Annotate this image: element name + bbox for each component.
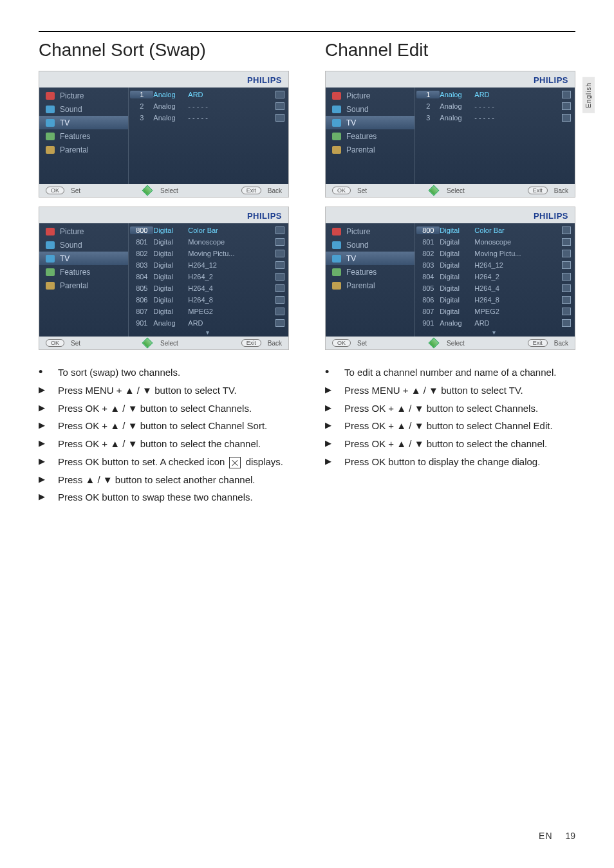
channel-number: 3	[416, 114, 440, 122]
instruction-item: ▶Press OK button to set. A checked icon …	[39, 455, 289, 469]
menu-icon	[332, 106, 341, 113]
tv-screenshot-edit-2: PHILIPS PictureSoundTVFeaturesParental 8…	[325, 207, 575, 350]
menu-icon	[46, 119, 55, 127]
channel-row: 800DigitalColor Bar	[416, 225, 571, 236]
tv-header: PHILIPS	[39, 71, 288, 88]
menu-item-label: TV	[60, 254, 70, 263]
channel-checkbox-icon	[275, 261, 284, 269]
instruction-text: Press OK + ▲ / ▼ button to select Channe…	[58, 419, 267, 433]
channel-pane: 800DigitalColor Bar801DigitalMonoscope80…	[129, 223, 288, 337]
instruction-text: Press OK + ▲ / ▼ button to select Channe…	[344, 419, 553, 433]
exit-hint: Exit	[241, 187, 261, 194]
set-hint: Set	[71, 340, 80, 347]
channel-number: 1	[416, 91, 440, 98]
brand-logo: PHILIPS	[247, 211, 282, 221]
instruction-text: Press OK + ▲ / ▼ button to select Channe…	[344, 402, 538, 416]
channel-row: 901AnalogARD	[416, 317, 571, 329]
menu-item-label: Picture	[60, 91, 84, 100]
nav-diamond-icon	[142, 338, 153, 349]
tv-screenshot-sort-2: PHILIPS PictureSoundTVFeaturesParental 8…	[39, 207, 289, 350]
channel-name: H264_4	[188, 284, 273, 292]
ok-hint: OK	[332, 339, 351, 347]
menu-icon	[332, 255, 341, 263]
play-icon: ▶	[325, 437, 337, 450]
instruction-item: ▶Press ▲ / ▼ button to select another ch…	[39, 473, 289, 487]
instruction-text: Press ▲ / ▼ button to select another cha…	[58, 473, 256, 487]
channel-type: Digital	[153, 261, 188, 269]
menu-icon	[332, 133, 341, 140]
channel-checkbox-icon	[275, 91, 284, 98]
instruction-item: ▶Press OK + ▲ / ▼ button to select the c…	[39, 437, 289, 451]
channel-row: 2Analog- - - - -	[130, 100, 284, 112]
channel-number: 801	[416, 238, 440, 246]
channel-row: 806DigitalH264_8	[130, 294, 284, 306]
instruction-item: ▶Press OK + ▲ / ▼ button to select Chann…	[39, 419, 289, 433]
channel-name: H264_12	[474, 261, 559, 269]
ok-hint: OK	[332, 187, 351, 194]
channel-name: H264_12	[188, 261, 273, 269]
set-hint: Set	[357, 187, 367, 194]
channel-row: 804DigitalH264_2	[130, 271, 284, 282]
menu-item-parental: Parental	[39, 279, 128, 292]
channel-type: Analog	[440, 114, 474, 122]
menu-item-sound: Sound	[39, 238, 128, 252]
channel-type: Digital	[153, 226, 188, 234]
ok-hint: OK	[46, 187, 64, 194]
more-below-icon: ▾	[416, 329, 571, 335]
menu-item-label: Parental	[346, 145, 375, 154]
channel-row: 804DigitalH264_2	[416, 271, 571, 282]
channel-name: ARD	[474, 91, 559, 98]
channel-number: 804	[416, 273, 440, 281]
menu-item-features: Features	[39, 265, 128, 279]
channel-checkbox-icon	[562, 319, 571, 327]
channel-type: Digital	[440, 273, 474, 281]
menu-item-label: Sound	[346, 105, 369, 114]
menu-icon	[46, 255, 55, 263]
tv-header: PHILIPS	[326, 207, 575, 223]
select-hint: Select	[447, 187, 465, 194]
play-icon: ▶	[325, 402, 337, 414]
channel-name: - - - - -	[474, 102, 559, 110]
channel-checkbox-icon	[275, 114, 284, 122]
menu-item-features: Features	[326, 265, 414, 279]
menu-icon	[332, 92, 341, 100]
channel-name: Color Bar	[188, 226, 273, 234]
menu-item-label: Picture	[346, 91, 370, 100]
tv-body: PictureSoundTVFeaturesParental 1AnalogAR…	[326, 88, 575, 184]
menu-item-label: Features	[346, 268, 377, 277]
channel-type: Digital	[153, 296, 188, 304]
tv-footer: OK Set Select Exit Back	[326, 184, 575, 197]
channel-name: H264_8	[188, 296, 273, 304]
menu-item-label: Sound	[60, 105, 82, 114]
exit-hint: Exit	[241, 339, 261, 347]
play-icon: ▶	[325, 383, 337, 396]
exit-hint: Exit	[528, 339, 548, 347]
nav-diamond-icon	[429, 338, 440, 349]
menu-icon	[46, 282, 55, 290]
channel-type: Digital	[440, 238, 474, 246]
instruction-item: ▶Press MENU + ▲ / ▼ button to select TV.	[325, 383, 575, 398]
channel-name: - - - - -	[188, 114, 273, 122]
channel-row: 805DigitalH264_4	[130, 282, 284, 294]
menu-item-sound: Sound	[326, 238, 414, 252]
instruction-text: Press OK + ▲ / ▼ button to select Channe…	[58, 402, 252, 416]
instruction-item: •To sort (swap) two channels.	[39, 365, 289, 380]
back-hint: Back	[554, 187, 568, 194]
nav-diamond-icon	[142, 185, 153, 196]
channel-checkbox-icon	[562, 226, 571, 234]
channel-row: 1AnalogARD	[130, 89, 284, 100]
play-icon: ▶	[39, 490, 50, 503]
brand-logo: PHILIPS	[534, 75, 568, 85]
channel-checkbox-icon	[275, 284, 284, 292]
menu-item-label: Picture	[60, 227, 84, 236]
channel-pane: 800DigitalColor Bar801DigitalMonoscope80…	[415, 223, 575, 337]
channel-pane: 1AnalogARD2Analog- - - - -3Analog- - - -…	[129, 88, 288, 184]
channel-number: 807	[416, 308, 440, 315]
channel-row: 2Analog- - - - -	[416, 100, 571, 112]
menu-item-features: Features	[326, 129, 414, 143]
page-footer: EN 19	[539, 831, 575, 841]
channel-number: 2	[416, 102, 440, 110]
page: Channel Sort (Swap) PHILIPS PictureSound…	[0, 0, 614, 508]
menu-icon	[332, 282, 341, 290]
channel-type: Digital	[153, 284, 188, 292]
